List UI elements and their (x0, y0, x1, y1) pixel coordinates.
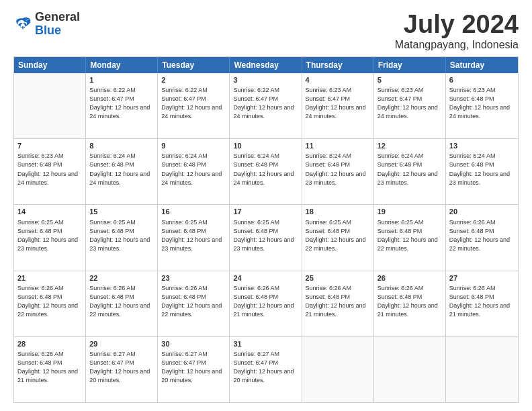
header-friday: Friday (374, 57, 446, 73)
day-number: 25 (306, 273, 370, 283)
cell-info: Sunrise: 6:26 AM Sunset: 6:48 PM Dayligh… (378, 284, 442, 319)
week-3: 14Sunrise: 6:25 AM Sunset: 6:48 PM Dayli… (14, 205, 518, 271)
logo-blue: Blue (35, 24, 80, 38)
cell-info: Sunrise: 6:26 AM Sunset: 6:48 PM Dayligh… (161, 284, 226, 319)
cell-w3-d3: 16Sunrise: 6:25 AM Sunset: 6:48 PM Dayli… (158, 205, 230, 270)
cell-info: Sunrise: 6:22 AM Sunset: 6:47 PM Dayligh… (233, 86, 298, 121)
header-monday: Monday (86, 57, 158, 73)
day-number: 4 (306, 75, 370, 85)
cell-info: Sunrise: 6:25 AM Sunset: 6:48 PM Dayligh… (378, 218, 442, 253)
day-number: 10 (233, 141, 298, 151)
header-saturday: Saturday (446, 57, 518, 73)
title-location: Matangpayang, Indonesia (395, 39, 519, 51)
cell-w4-d3: 23Sunrise: 6:26 AM Sunset: 6:48 PM Dayli… (158, 271, 230, 336)
cell-info: Sunrise: 6:24 AM Sunset: 6:48 PM Dayligh… (306, 152, 370, 187)
day-number: 31 (233, 339, 298, 349)
cell-info: Sunrise: 6:23 AM Sunset: 6:47 PM Dayligh… (378, 86, 442, 121)
cell-w1-d6: 5Sunrise: 6:23 AM Sunset: 6:47 PM Daylig… (374, 73, 446, 138)
day-number: 14 (17, 207, 82, 217)
cell-info: Sunrise: 6:27 AM Sunset: 6:47 PM Dayligh… (233, 350, 298, 385)
day-number: 3 (233, 75, 298, 85)
cell-w2-d2: 8Sunrise: 6:24 AM Sunset: 6:48 PM Daylig… (86, 139, 158, 204)
day-number: 19 (378, 207, 442, 217)
cell-w2-d1: 7Sunrise: 6:23 AM Sunset: 6:48 PM Daylig… (14, 139, 86, 204)
day-number: 8 (89, 141, 154, 151)
cell-w2-d4: 10Sunrise: 6:24 AM Sunset: 6:48 PM Dayli… (230, 139, 302, 204)
day-number: 21 (17, 273, 82, 283)
header-tuesday: Tuesday (158, 57, 230, 73)
cell-w5-d7 (446, 337, 518, 402)
cell-info: Sunrise: 6:23 AM Sunset: 6:47 PM Dayligh… (306, 86, 370, 121)
cell-info: Sunrise: 6:24 AM Sunset: 6:48 PM Dayligh… (449, 152, 515, 187)
cell-info: Sunrise: 6:25 AM Sunset: 6:48 PM Dayligh… (89, 218, 154, 253)
day-number: 12 (378, 141, 442, 151)
cell-w5-d4: 31Sunrise: 6:27 AM Sunset: 6:47 PM Dayli… (230, 337, 302, 402)
cell-info: Sunrise: 6:23 AM Sunset: 6:48 PM Dayligh… (17, 152, 82, 187)
day-number: 7 (17, 141, 82, 151)
cell-w4-d2: 22Sunrise: 6:26 AM Sunset: 6:48 PM Dayli… (86, 271, 158, 336)
week-5: 28Sunrise: 6:26 AM Sunset: 6:48 PM Dayli… (14, 337, 518, 402)
cell-w2-d7: 13Sunrise: 6:24 AM Sunset: 6:48 PM Dayli… (446, 139, 518, 204)
cell-w4-d4: 24Sunrise: 6:26 AM Sunset: 6:48 PM Dayli… (230, 271, 302, 336)
cell-w5-d5 (302, 337, 374, 402)
day-number: 27 (449, 273, 515, 283)
cell-w1-d1 (14, 73, 86, 138)
cell-w3-d4: 17Sunrise: 6:25 AM Sunset: 6:48 PM Dayli… (230, 205, 302, 270)
cell-w1-d3: 2Sunrise: 6:22 AM Sunset: 6:47 PM Daylig… (158, 73, 230, 138)
cell-w2-d3: 9Sunrise: 6:24 AM Sunset: 6:48 PM Daylig… (158, 139, 230, 204)
cell-info: Sunrise: 6:24 AM Sunset: 6:48 PM Dayligh… (89, 152, 154, 187)
logo-text: General Blue (35, 11, 80, 38)
week-1: 1Sunrise: 6:22 AM Sunset: 6:47 PM Daylig… (14, 73, 518, 139)
week-2: 7Sunrise: 6:23 AM Sunset: 6:48 PM Daylig… (14, 139, 518, 205)
cell-w4-d6: 26Sunrise: 6:26 AM Sunset: 6:48 PM Dayli… (374, 271, 446, 336)
day-number: 24 (233, 273, 298, 283)
cell-w2-d6: 12Sunrise: 6:24 AM Sunset: 6:48 PM Dayli… (374, 139, 446, 204)
cell-info: Sunrise: 6:26 AM Sunset: 6:48 PM Dayligh… (17, 350, 82, 385)
day-number: 20 (449, 207, 515, 217)
day-number: 18 (306, 207, 370, 217)
day-number: 9 (161, 141, 226, 151)
cell-w4-d1: 21Sunrise: 6:26 AM Sunset: 6:48 PM Dayli… (14, 271, 86, 336)
cell-w3-d1: 14Sunrise: 6:25 AM Sunset: 6:48 PM Dayli… (14, 205, 86, 270)
day-number: 2 (161, 75, 226, 85)
day-number: 16 (161, 207, 226, 217)
cell-info: Sunrise: 6:27 AM Sunset: 6:47 PM Dayligh… (89, 350, 154, 385)
cell-info: Sunrise: 6:26 AM Sunset: 6:48 PM Dayligh… (449, 284, 515, 319)
cell-w1-d5: 4Sunrise: 6:23 AM Sunset: 6:47 PM Daylig… (302, 73, 374, 138)
cell-info: Sunrise: 6:25 AM Sunset: 6:48 PM Dayligh… (17, 218, 82, 253)
day-number: 6 (449, 75, 515, 85)
cell-info: Sunrise: 6:25 AM Sunset: 6:48 PM Dayligh… (306, 218, 370, 253)
day-number: 30 (161, 339, 226, 349)
day-number: 26 (378, 273, 442, 283)
cell-info: Sunrise: 6:24 AM Sunset: 6:48 PM Dayligh… (233, 152, 298, 187)
day-number: 1 (89, 75, 154, 85)
cell-info: Sunrise: 6:24 AM Sunset: 6:48 PM Dayligh… (378, 152, 442, 187)
cell-w1-d2: 1Sunrise: 6:22 AM Sunset: 6:47 PM Daylig… (86, 73, 158, 138)
cell-info: Sunrise: 6:25 AM Sunset: 6:48 PM Dayligh… (161, 218, 226, 253)
header-thursday: Thursday (302, 57, 374, 73)
title-block: July 2024 Matangpayang, Indonesia (395, 11, 519, 51)
day-number: 22 (89, 273, 154, 283)
header: General Blue July 2024 Matangpayang, Ind… (13, 11, 519, 51)
cell-info: Sunrise: 6:27 AM Sunset: 6:47 PM Dayligh… (161, 350, 226, 385)
cell-w1-d7: 6Sunrise: 6:23 AM Sunset: 6:48 PM Daylig… (446, 73, 518, 138)
cell-info: Sunrise: 6:26 AM Sunset: 6:48 PM Dayligh… (306, 284, 370, 319)
day-number: 5 (378, 75, 442, 85)
cell-w3-d6: 19Sunrise: 6:25 AM Sunset: 6:48 PM Dayli… (374, 205, 446, 270)
logo-general: General (35, 11, 80, 24)
cell-info: Sunrise: 6:26 AM Sunset: 6:48 PM Dayligh… (89, 284, 154, 319)
calendar: Sunday Monday Tuesday Wednesday Thursday… (13, 56, 519, 403)
header-wednesday: Wednesday (230, 57, 302, 73)
cell-w3-d7: 20Sunrise: 6:26 AM Sunset: 6:48 PM Dayli… (446, 205, 518, 270)
cell-info: Sunrise: 6:22 AM Sunset: 6:47 PM Dayligh… (89, 86, 154, 121)
cell-w4-d7: 27Sunrise: 6:26 AM Sunset: 6:48 PM Dayli… (446, 271, 518, 336)
week-4: 21Sunrise: 6:26 AM Sunset: 6:48 PM Dayli… (14, 271, 518, 337)
logo-bird-icon (13, 15, 32, 34)
title-month: July 2024 (395, 11, 519, 39)
day-number: 28 (17, 339, 82, 349)
calendar-header: Sunday Monday Tuesday Wednesday Thursday… (14, 57, 518, 73)
day-number: 15 (89, 207, 154, 217)
cell-w4-d5: 25Sunrise: 6:26 AM Sunset: 6:48 PM Dayli… (302, 271, 374, 336)
cell-w5-d1: 28Sunrise: 6:26 AM Sunset: 6:48 PM Dayli… (14, 337, 86, 402)
cell-info: Sunrise: 6:23 AM Sunset: 6:48 PM Dayligh… (449, 86, 515, 121)
